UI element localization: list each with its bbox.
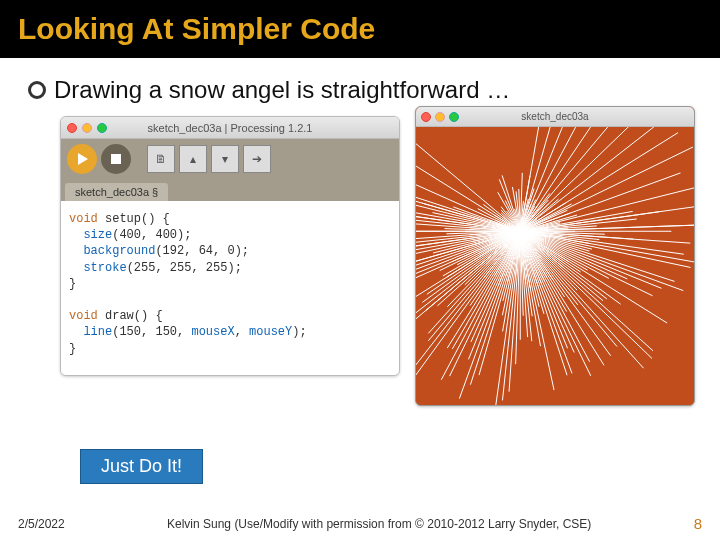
footer: 2/5/2022 Kelvin Sung (Use/Modify with pe… xyxy=(0,515,720,532)
bullet-icon xyxy=(28,81,46,99)
close-icon[interactable] xyxy=(421,112,431,122)
sketch-canvas xyxy=(416,127,694,405)
svg-line-7 xyxy=(520,127,673,231)
svg-line-5 xyxy=(520,127,637,231)
content-area: sketch_dec03a | Processing 1.2.1 🗎 ▴ ▾ ➔… xyxy=(0,116,720,466)
ide-code-editor[interactable]: void setup() { size(400, 400); backgroun… xyxy=(61,201,399,375)
ide-tabbar: sketch_dec03a § xyxy=(61,179,399,201)
title-bar: Looking At Simpler Code xyxy=(0,0,720,58)
ide-window-title: sketch_dec03a | Processing 1.2.1 xyxy=(61,122,399,134)
processing-ide-window: sketch_dec03a | Processing 1.2.1 🗎 ▴ ▾ ➔… xyxy=(60,116,400,376)
just-do-it-button[interactable]: Just Do It! xyxy=(80,449,203,484)
minimize-icon[interactable] xyxy=(82,123,92,133)
sketch-output-window: sketch_dec03a xyxy=(415,106,695,406)
save-sketch-button[interactable]: ▾ xyxy=(211,145,239,173)
sketch-titlebar: sketch_dec03a xyxy=(416,107,694,127)
footer-date: 2/5/2022 xyxy=(18,517,65,531)
minimize-icon[interactable] xyxy=(435,112,445,122)
ide-toolbar: 🗎 ▴ ▾ ➔ xyxy=(61,139,399,179)
slide-title: Looking At Simpler Code xyxy=(18,12,375,46)
export-button[interactable]: ➔ xyxy=(243,145,271,173)
open-sketch-button[interactable]: ▴ xyxy=(179,145,207,173)
ide-titlebar: sketch_dec03a | Processing 1.2.1 xyxy=(61,117,399,139)
zoom-icon[interactable] xyxy=(97,123,107,133)
footer-credit: Kelvin Sung (Use/Modify with permission … xyxy=(65,517,694,531)
run-button[interactable] xyxy=(67,144,97,174)
action-button-wrap: Just Do It! xyxy=(80,449,203,484)
zoom-icon[interactable] xyxy=(449,112,459,122)
ide-tab[interactable]: sketch_dec03a § xyxy=(65,183,168,201)
new-sketch-button[interactable]: 🗎 xyxy=(147,145,175,173)
footer-page-number: 8 xyxy=(694,515,702,532)
close-icon[interactable] xyxy=(67,123,77,133)
bullet-text: Drawing a snow angel is straightforward … xyxy=(54,76,510,104)
stop-button[interactable] xyxy=(101,144,131,174)
